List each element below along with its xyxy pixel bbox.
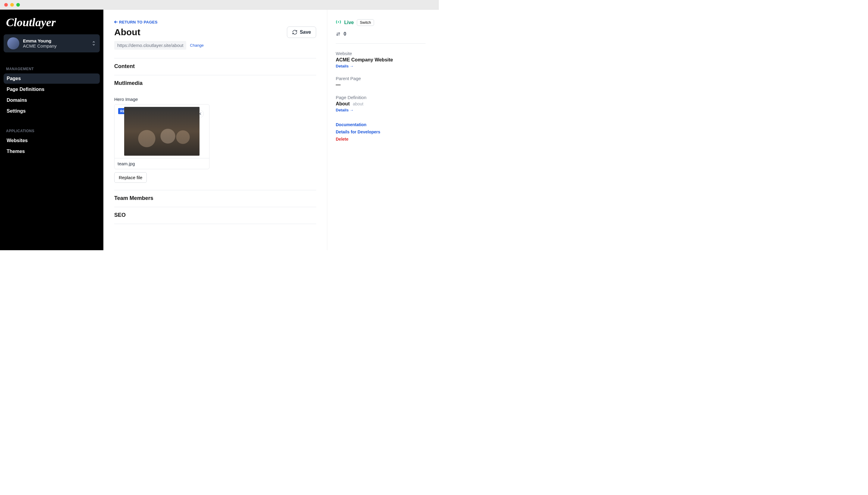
- page-title: About: [114, 27, 141, 37]
- section-content[interactable]: Content: [114, 58, 316, 75]
- sidebar-item-domains[interactable]: Domains: [4, 95, 100, 105]
- parent-page-value: —: [336, 82, 426, 88]
- side-panel: Live Switch 0 Website ACME Company Websi…: [327, 10, 439, 250]
- page-url: https://demo.cloutlayer.site/about: [114, 41, 186, 50]
- section-seo[interactable]: SEO: [114, 207, 316, 224]
- details-for-developers-link[interactable]: Details for Developers: [336, 130, 426, 134]
- replace-file-button[interactable]: Replace file: [114, 172, 147, 183]
- window-minimize-button[interactable]: [10, 3, 14, 6]
- section-multimedia[interactable]: Mutlimedia: [114, 75, 316, 92]
- sort-icon: [336, 32, 341, 36]
- broadcast-icon: [336, 20, 341, 25]
- change-url-link[interactable]: Change: [190, 43, 204, 48]
- sidebar: Cloutlayer Emma Young ACME Company MANAG…: [0, 10, 103, 250]
- window-zoom-button[interactable]: [16, 3, 20, 6]
- hero-image-card: RECENT team.jpg: [114, 104, 210, 169]
- page-definition-details-link[interactable]: Details →: [336, 108, 354, 112]
- page-definition-value: About: [336, 101, 349, 106]
- documentation-link[interactable]: Documentation: [336, 122, 426, 127]
- arrow-left-icon: [114, 20, 118, 23]
- hero-image-label: Hero Image: [114, 97, 316, 102]
- return-label: RETURN TO PAGES: [119, 20, 158, 24]
- save-button[interactable]: Save: [287, 27, 316, 38]
- section-content-title: Content: [114, 63, 316, 70]
- website-label: Website: [336, 51, 426, 56]
- main-content: RETURN TO PAGES About Save https://demo.…: [103, 10, 327, 250]
- parent-page-label: Parent Page: [336, 76, 426, 81]
- account-switcher[interactable]: Emma Young ACME Company: [4, 34, 100, 52]
- section-team-members-title: Team Members: [114, 195, 316, 201]
- hero-image-thumbnail[interactable]: [124, 107, 199, 156]
- order-value: 0: [344, 31, 346, 37]
- section-seo-title: SEO: [114, 212, 316, 218]
- account-org: ACME Company: [23, 44, 88, 49]
- switch-status-button[interactable]: Switch: [357, 19, 374, 26]
- page-definition-slug: about: [353, 101, 363, 106]
- hero-image-filename: team.jpg: [115, 158, 209, 169]
- sidebar-item-page-definitions[interactable]: Page Definitions: [4, 84, 100, 95]
- chevron-up-down-icon: [91, 40, 96, 46]
- sidebar-item-themes[interactable]: Themes: [4, 146, 100, 157]
- page-definition-label: Page Definition: [336, 95, 426, 100]
- window-titlebar: [0, 0, 439, 10]
- sidebar-item-websites[interactable]: Websites: [4, 136, 100, 146]
- delete-link[interactable]: Delete: [336, 137, 426, 141]
- avatar: [7, 37, 19, 49]
- return-to-pages-link[interactable]: RETURN TO PAGES: [114, 20, 158, 24]
- section-team-members[interactable]: Team Members: [114, 190, 316, 207]
- website-details-link[interactable]: Details →: [336, 64, 354, 68]
- refresh-icon: [292, 30, 297, 35]
- sidebar-item-pages[interactable]: Pages: [4, 73, 100, 84]
- website-value: ACME Company Website: [336, 57, 426, 63]
- status-live-label: Live: [344, 20, 354, 25]
- account-name: Emma Young: [23, 38, 88, 44]
- account-text: Emma Young ACME Company: [23, 38, 88, 49]
- window-close-button[interactable]: [4, 3, 8, 6]
- sidebar-item-settings[interactable]: Settings: [4, 106, 100, 116]
- save-label: Save: [300, 30, 311, 35]
- sidebar-section-applications: APPLICATIONS: [4, 127, 100, 135]
- svg-point-0: [338, 21, 339, 22]
- section-multimedia-title: Mutlimedia: [114, 80, 316, 86]
- brand-logo: Cloutlayer: [4, 14, 100, 34]
- sidebar-section-management: MANAGEMENT: [4, 65, 100, 73]
